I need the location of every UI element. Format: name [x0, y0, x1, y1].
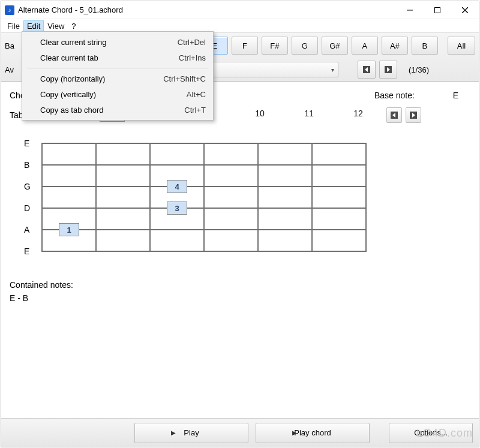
edit-menu-item[interactable]: Copy (horizontally)Ctrl+Shift+C: [23, 71, 212, 86]
menu-view[interactable]: View: [44, 20, 68, 32]
window-title: Alternate Chord - 5_01.achord: [18, 5, 123, 14]
menu-item-label: Copy (horizontally): [40, 74, 163, 83]
basenote-label: Base note:: [374, 91, 434, 100]
play-icon: ▶: [171, 429, 176, 436]
menu-item-accel: Alt+C: [187, 90, 206, 99]
note-button-A[interactable]: A: [352, 37, 378, 55]
finger-marker[interactable]: 3: [167, 202, 187, 215]
bottombar: ▶ Play ▶ Play chord Options...: [1, 418, 479, 447]
contained-notes: Contained notes: E - B: [10, 280, 470, 303]
all-notes-button[interactable]: All: [448, 37, 475, 55]
fretboard[interactable]: EBGDAE 134: [24, 133, 384, 262]
menu-item-accel: Ctrl+Del: [178, 38, 206, 47]
titlebar: ♪ Alternate Chord - 5_01.achord: [1, 1, 479, 19]
string-label: E: [24, 139, 42, 148]
maximize-icon: [434, 7, 440, 13]
string-label: E: [24, 246, 42, 256]
note-button-B[interactable]: B: [412, 37, 438, 55]
next-chord-button[interactable]: [379, 61, 397, 79]
minimize-icon: [407, 7, 413, 13]
tabpos-next-button[interactable]: [406, 107, 421, 123]
play-button[interactable]: ▶ Play: [134, 423, 248, 443]
play-chord-button[interactable]: ▶ Play chord: [256, 423, 370, 443]
string-label: A: [24, 225, 42, 234]
menu-item-label: Copy (vertically): [40, 90, 187, 99]
play-icon: ▶: [292, 429, 297, 436]
menu-help[interactable]: ?: [68, 20, 79, 32]
arrow-right-icon: [409, 111, 418, 119]
string-label: G: [24, 182, 42, 191]
basenote-short-label: Ba: [5, 41, 19, 50]
arrow-right-icon: [384, 65, 392, 74]
menu-item-label: Copy as tab chord: [40, 106, 184, 115]
edit-menu-item[interactable]: Clear current tabCtrl+Ins: [23, 50, 212, 65]
svg-rect-1: [435, 7, 440, 13]
note-button-Asharp[interactable]: A#: [382, 37, 408, 55]
prev-chord-button[interactable]: [358, 61, 376, 79]
menu-item-accel: Ctrl+T: [184, 106, 206, 115]
string-label: D: [24, 203, 42, 213]
play-button-label: Play: [184, 428, 199, 437]
fret-number: 10: [235, 109, 284, 122]
options-button[interactable]: Options...: [389, 423, 473, 443]
menu-item-label: Clear current string: [40, 38, 178, 47]
tabpos-prev-button[interactable]: [386, 107, 402, 123]
fretboard-grid: 134: [42, 133, 366, 262]
edit-menu-item[interactable]: Copy as tab chordCtrl+T: [23, 102, 212, 118]
finger-marker[interactable]: 4: [167, 180, 187, 193]
string-label: B: [24, 160, 42, 170]
menu-item-label: Clear current tab: [40, 53, 179, 62]
note-button-G[interactable]: G: [292, 37, 318, 55]
edit-menu-item[interactable]: Copy (vertically)Alt+C: [23, 86, 212, 102]
app-icon: ♪: [5, 5, 14, 15]
menubar: File Edit View ?: [1, 19, 479, 32]
note-button-Fsharp[interactable]: F#: [262, 37, 288, 55]
content-area: Chord name: E 5 (01) Base note: E Tab.-P…: [1, 82, 479, 418]
arrow-left-icon: [362, 65, 371, 74]
edit-menu-dropdown: Clear current stringCtrl+DelClear curren…: [22, 31, 214, 121]
note-button-Gsharp[interactable]: G#: [322, 37, 348, 55]
menu-file[interactable]: File: [4, 20, 23, 32]
menu-edit[interactable]: Edit: [23, 20, 44, 32]
maximize-button[interactable]: [424, 1, 451, 19]
menu-item-accel: Ctrl+Shift+C: [163, 74, 206, 83]
options-button-label: Options...: [414, 428, 448, 437]
menu-separator: [27, 68, 208, 68]
play-chord-button-label: Play chord: [294, 428, 331, 437]
finger-marker[interactable]: 1: [59, 223, 79, 236]
close-button[interactable]: [451, 1, 479, 19]
available-short-label: Av: [5, 65, 19, 74]
menu-item-accel: Ctrl+Ins: [179, 53, 206, 62]
close-icon: [462, 7, 468, 13]
chord-counter: (1/36): [401, 65, 437, 74]
fret-number: 11: [284, 109, 334, 122]
fret-number: 12: [334, 109, 383, 122]
minimize-button[interactable]: [396, 1, 424, 19]
basenote-value: E: [434, 91, 470, 100]
contained-notes-value: E - B: [10, 293, 470, 303]
edit-menu-item[interactable]: Clear current stringCtrl+Del: [23, 34, 212, 50]
contained-notes-label: Contained notes:: [10, 280, 470, 290]
arrow-left-icon: [390, 111, 398, 119]
note-button-F[interactable]: F: [232, 37, 258, 55]
chevron-down-icon: ▾: [331, 67, 334, 73]
